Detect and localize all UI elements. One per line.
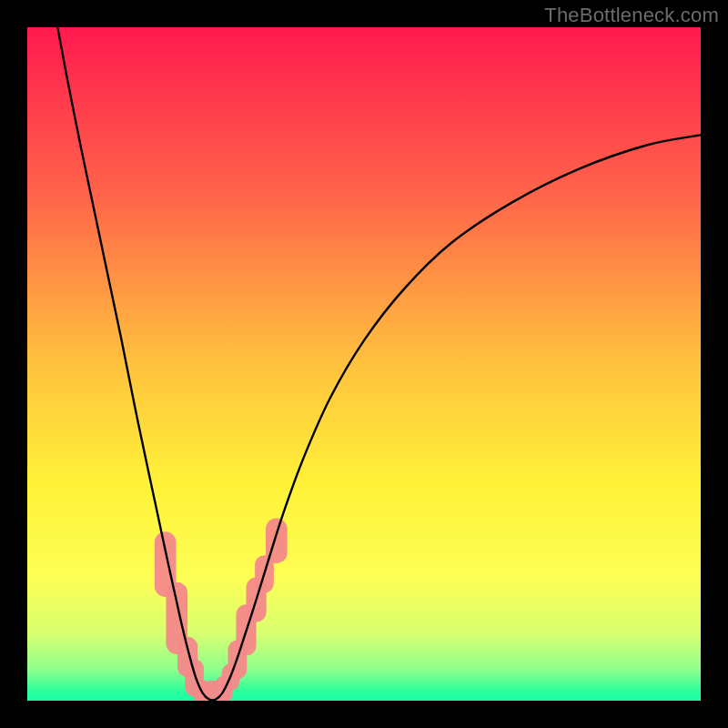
watermark-text: TheBottleneck.com (544, 4, 719, 27)
plot-svg (27, 27, 701, 701)
chart-stage: TheBottleneck.com (0, 0, 728, 728)
plot-area (27, 27, 701, 701)
gradient-background (27, 27, 701, 701)
